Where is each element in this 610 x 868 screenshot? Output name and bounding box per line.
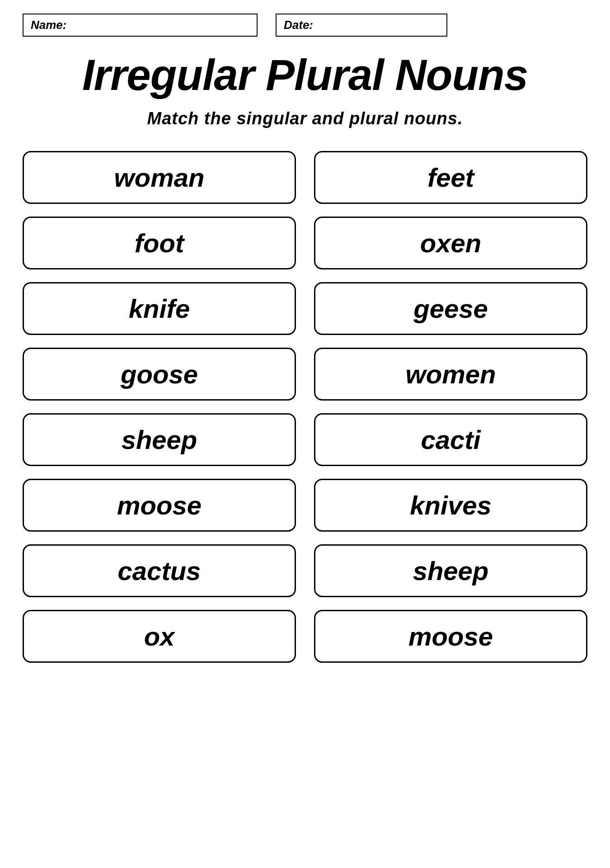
singular-word-box: woman [23,151,296,204]
plural-word-box: sheep [314,544,587,597]
subtitle: Match the singular and plural nouns. [23,109,587,128]
plural-word-box: geese [314,282,587,335]
plural-word-box: women [314,348,587,401]
name-label: Name: [31,18,66,32]
singular-word-box: knife [23,282,296,335]
date-label: Date: [284,18,313,32]
singular-word-box: moose [23,479,296,532]
singular-word-box: cactus [23,544,296,597]
singular-column: womanfootknifegoosesheepmoosecactusox [23,151,296,663]
plural-word-box: oxen [314,217,587,269]
plural-word-box: feet [314,151,587,204]
date-field[interactable]: Date: [276,14,447,37]
page-title: Irregular Plural Nouns [23,50,587,100]
plural-word-box: moose [314,610,587,663]
word-grid: womanfootknifegoosesheepmoosecactusox fe… [23,151,587,663]
header-fields: Name: Date: [23,14,587,37]
plural-column: feetoxengeesewomencactiknivessheepmoose [314,151,587,663]
singular-word-box: sheep [23,413,296,466]
singular-word-box: ox [23,610,296,663]
name-field[interactable]: Name: [23,14,258,37]
plural-word-box: cacti [314,413,587,466]
plural-word-box: knives [314,479,587,532]
singular-word-box: goose [23,348,296,401]
singular-word-box: foot [23,217,296,269]
